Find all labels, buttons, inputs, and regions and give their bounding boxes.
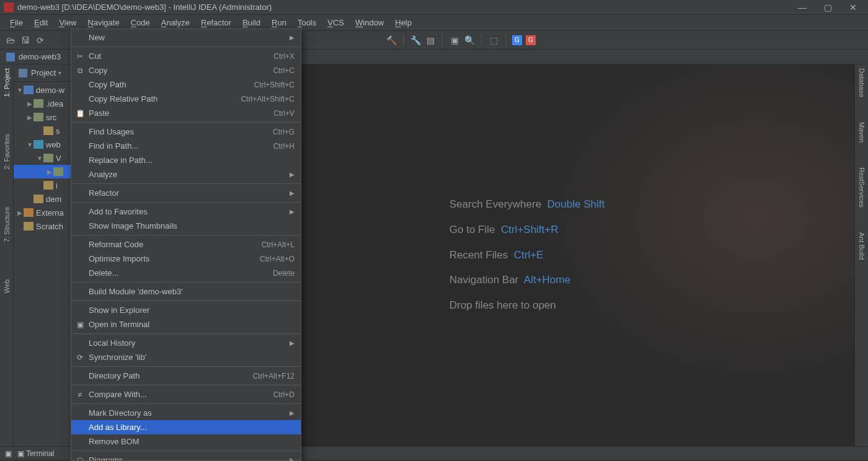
ctx-label: Open in Terminal bbox=[89, 320, 294, 329]
submenu-arrow-icon: ▶ bbox=[290, 340, 294, 346]
ctx-reformat-code[interactable]: Reformat CodeCtrl+Alt+L bbox=[71, 237, 301, 252]
ctx-refactor[interactable]: Refactor▶ bbox=[71, 186, 301, 200]
ctx-show-image-thumbnails[interactable]: Show Image Thumbnails bbox=[71, 219, 301, 233]
ctx-delete[interactable]: Delete...Delete bbox=[71, 266, 301, 280]
ctx-label: Analyze bbox=[89, 170, 286, 179]
menu-window[interactable]: Window bbox=[350, 17, 389, 29]
ctx-analyze[interactable]: Analyze▶ bbox=[71, 167, 301, 182]
ctx-label: New bbox=[89, 33, 286, 42]
settings-icon[interactable]: 🔧 bbox=[410, 35, 421, 46]
submenu-arrow-icon: ▶ bbox=[290, 34, 294, 41]
ctx-new[interactable]: New▶ bbox=[71, 30, 301, 45]
ctx-label: Add to Favorites bbox=[89, 207, 286, 216]
menu-refactor[interactable]: Refactor bbox=[196, 17, 236, 29]
menu-view[interactable]: View bbox=[54, 17, 81, 29]
search-icon[interactable]: 🔍 bbox=[464, 35, 475, 46]
ctx-synchronize-lib[interactable]: ⟳Synchronize 'lib' bbox=[71, 350, 301, 364]
context-separator bbox=[71, 385, 301, 385]
ctx-local-history[interactable]: Local History▶ bbox=[71, 336, 301, 350]
ctx-copy-path[interactable]: Copy PathCtrl+Shift+C bbox=[71, 77, 301, 92]
left-tab-web[interactable]: Web bbox=[3, 279, 11, 293]
ctx-paste[interactable]: 📋PasteCtrl+V bbox=[71, 106, 301, 120]
menu-code[interactable]: Code bbox=[126, 17, 155, 29]
ctx-label: Synchronize 'lib' bbox=[89, 353, 294, 362]
welcome-hints: Search Everywhere Double Shift Go to Fil… bbox=[450, 192, 604, 318]
project-header-icon bbox=[19, 69, 27, 77]
ctx-add-to-favorites[interactable]: Add to Favorites▶ bbox=[71, 204, 301, 219]
right-tab-maven[interactable]: Maven bbox=[858, 122, 866, 143]
ctx-find-in-path[interactable]: Find in Path...Ctrl+H bbox=[71, 139, 301, 153]
right-tab-restservices[interactable]: RestServices bbox=[858, 167, 866, 208]
ctx-label: Paste bbox=[89, 108, 273, 118]
ctx-shortcut: Ctrl+Shift+C bbox=[254, 81, 294, 89]
close-button[interactable]: ✕ bbox=[849, 2, 857, 12]
fi-folder bbox=[33, 99, 43, 108]
ctx-copy[interactable]: ⧉CopyCtrl+C bbox=[71, 63, 301, 77]
menu-vcs[interactable]: VCS bbox=[322, 17, 349, 29]
maximize-button[interactable]: ▢ bbox=[824, 2, 832, 12]
context-separator bbox=[71, 282, 301, 283]
tree-label: src bbox=[46, 113, 56, 122]
ctx-shortcut: Ctrl+V bbox=[273, 109, 294, 118]
ctx-build-module-demo-web3[interactable]: Build Module 'demo-web3' bbox=[71, 284, 301, 299]
ctx-label: Diagrams bbox=[89, 455, 286, 461]
left-tab-structure[interactable]: 7: Structure bbox=[3, 207, 11, 242]
dropdown-icon[interactable]: ▾ bbox=[58, 69, 61, 76]
ctx-label: Directory Path bbox=[89, 371, 253, 380]
coverage-icon[interactable]: ▣ bbox=[449, 35, 460, 46]
ctx-shortcut: Ctrl+Alt+Shift+C bbox=[241, 95, 294, 103]
ctx-optimize-imports[interactable]: Optimize ImportsCtrl+Alt+O bbox=[71, 252, 301, 266]
ctx-copy-relative-path[interactable]: Copy Relative PathCtrl+Alt+Shift+C bbox=[71, 92, 301, 106]
ctx-shortcut: Delete bbox=[273, 269, 294, 278]
terminal-tab[interactable]: ▣ Terminal bbox=[17, 449, 54, 458]
left-tab-project[interactable]: 1: Project bbox=[3, 68, 11, 97]
profiler-icon[interactable]: ⬚ bbox=[488, 35, 499, 46]
ctx-label: Copy Relative Path bbox=[89, 94, 241, 103]
minimize-button[interactable]: — bbox=[798, 2, 807, 12]
refresh-icon[interactable]: ⟳ bbox=[35, 35, 46, 46]
build-icon[interactable]: 🔨 bbox=[386, 35, 397, 46]
menu-navigate[interactable]: Navigate bbox=[82, 17, 124, 29]
tree-label: s bbox=[56, 126, 60, 136]
menu-analyze[interactable]: Analyze bbox=[156, 17, 195, 29]
context-separator bbox=[71, 301, 301, 301]
right-tab-database[interactable]: Database bbox=[858, 68, 866, 97]
menu-run[interactable]: Run bbox=[267, 17, 291, 29]
left-tool-gutter: 1: Project2: Favorites7: StructureWeb bbox=[0, 64, 14, 446]
ctx-directory-path[interactable]: Directory PathCtrl+Alt+F12 bbox=[71, 369, 301, 383]
ctx-show-in-explorer[interactable]: Show in Explorer bbox=[71, 303, 301, 317]
ctx-open-in-terminal[interactable]: ▣Open in Terminal bbox=[71, 317, 301, 331]
right-tool-gutter: DatabaseMavenRestServicesAnt Build bbox=[854, 64, 868, 446]
window-title: demo-web3 [D:\IDEA\DEMO\demo-web3] - Int… bbox=[17, 2, 272, 12]
project-header-label: Project bbox=[31, 68, 56, 77]
right-tab-ant build[interactable]: Ant Build bbox=[858, 232, 866, 260]
save-icon[interactable]: 🖫 bbox=[20, 35, 31, 46]
ctx-remove-bom[interactable]: Remove BOM bbox=[71, 434, 301, 449]
ctx-icon: ✂ bbox=[75, 51, 85, 61]
menu-build[interactable]: Build bbox=[237, 17, 265, 29]
ctx-replace-in-path[interactable]: Replace in Path... bbox=[71, 153, 301, 167]
ctx-label: Compare With... bbox=[89, 390, 273, 399]
ctx-icon: ⬡ bbox=[75, 455, 85, 462]
ctx-cut[interactable]: ✂CutCtrl+X bbox=[71, 49, 301, 63]
toggle-tools-icon[interactable]: ▣ bbox=[5, 449, 12, 458]
menu-tools[interactable]: Tools bbox=[293, 17, 321, 29]
fi-file bbox=[43, 126, 53, 135]
open-icon[interactable]: 🗁 bbox=[5, 35, 16, 46]
ctx-compare-with[interactable]: ≠Compare With...Ctrl+D bbox=[71, 387, 301, 402]
structure-tb-icon[interactable]: ▤ bbox=[425, 35, 436, 46]
ctx-find-usages[interactable]: Find UsagesCtrl+G bbox=[71, 125, 301, 139]
menu-edit[interactable]: Edit bbox=[29, 17, 53, 29]
ctx-mark-directory-as[interactable]: Mark Directory as▶ bbox=[71, 406, 301, 420]
ctx-label: Optimize Imports bbox=[89, 254, 260, 263]
left-tab-favorites[interactable]: 2: Favorites bbox=[3, 134, 11, 169]
menu-file[interactable]: File bbox=[5, 17, 28, 29]
titlebar: demo-web3 [D:\IDEA\DEMO\demo-web3] - Int… bbox=[0, 0, 868, 15]
plugin-icon-1[interactable]: G bbox=[512, 35, 522, 45]
context-separator bbox=[71, 46, 301, 47]
tree-label: dem bbox=[46, 195, 61, 204]
plugin-icon-2[interactable]: G bbox=[526, 35, 536, 45]
menu-help[interactable]: Help bbox=[390, 17, 417, 29]
ctx-diagrams[interactable]: ⬡Diagrams▶ bbox=[71, 453, 301, 461]
ctx-add-as-library[interactable]: Add as Library... bbox=[71, 420, 301, 434]
